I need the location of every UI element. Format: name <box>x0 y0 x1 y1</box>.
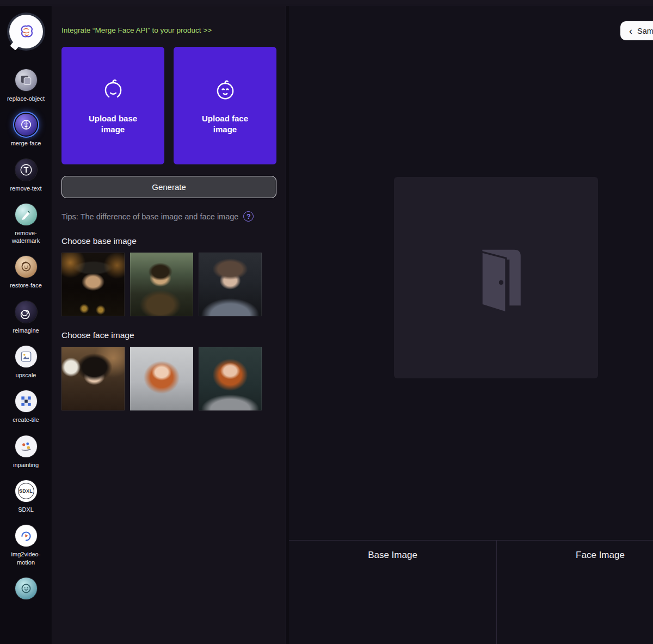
generate-button[interactable]: Generate <box>61 176 276 198</box>
sidebar-item-create-tile[interactable]: create-tile <box>3 390 50 424</box>
sidebar-item-label: SDXL <box>3 506 50 513</box>
base-image-thumb-young-man[interactable] <box>199 253 262 316</box>
base-image-thumb-mona-lisa[interactable] <box>130 253 193 316</box>
sidebar-item-remove-watermark[interactable]: remove-watermark <box>3 204 50 245</box>
sidebar-item-label: upscale <box>3 371 50 379</box>
base-image-thumbnails <box>61 253 276 316</box>
face-image-column-header: Face Image <box>497 550 653 561</box>
sidebar-item-label: reimagine <box>3 327 50 334</box>
merge-face-panel: Integrate “Merge Face API” to your produ… <box>52 6 286 644</box>
sidebar-item-img2video-motion[interactable]: img2video-motion <box>3 525 50 566</box>
upload-cards: Upload base image Upload face image <box>61 47 276 164</box>
create-tile-icon <box>15 390 37 412</box>
tips-row: Tips: The difference of base image and f… <box>61 211 276 222</box>
sidebar-item-replace-object[interactable]: replace-object <box>3 69 50 102</box>
tools-sidebar: replace-object merge-face remove-text re… <box>0 6 52 644</box>
result-area: ‹ Sample Base Image Face Image <box>289 6 653 644</box>
sidebar-item-sdxl[interactable]: SDXL SDXL <box>3 480 50 513</box>
face-image-thumb-dark-hair[interactable] <box>61 347 125 410</box>
face-image-thumb-red-smile[interactable] <box>130 347 193 410</box>
sidebar-item-label: merge-face <box>3 139 50 147</box>
sidebar-item-reimagine[interactable]: reimagine <box>3 301 50 334</box>
img2video-motion-icon <box>15 525 37 547</box>
comparison-section: Base Image Face Image <box>289 540 653 644</box>
sample-button-label: Sample <box>637 27 653 35</box>
sidebar-item-remove-text[interactable]: remove-text <box>3 159 50 192</box>
sample-button[interactable]: ‹ Sample <box>620 21 653 40</box>
open-door-icon <box>461 243 531 312</box>
upload-face-image-button[interactable]: Upload face image <box>174 47 276 164</box>
base-image-thumb-officer[interactable] <box>61 253 125 316</box>
face-image-column: Face Image <box>496 541 653 644</box>
replace-object-icon <box>15 69 37 91</box>
restore-face-icon <box>15 256 37 278</box>
sidebar-item-label: replace-object <box>3 95 50 102</box>
face-image-thumbnails <box>61 347 276 410</box>
merge-face-api-link[interactable]: Integrate “Merge Face API” to your produ… <box>61 26 276 34</box>
sidebar-item-label: img2video-motion <box>3 550 50 566</box>
sdxl-icon-text: SDXL <box>18 483 34 499</box>
sidebar-item-label: remove-watermark <box>3 229 50 245</box>
sidebar-item-partial[interactable] <box>3 578 50 603</box>
chevron-left-icon: ‹ <box>629 26 632 36</box>
sdxl-icon: SDXL <box>15 480 37 502</box>
upscale-icon <box>15 346 37 367</box>
sidebar-item-upscale[interactable]: upscale <box>3 346 50 379</box>
choose-base-image-heading: Choose base image <box>61 236 276 246</box>
upload-face-label: Upload face image <box>196 113 254 136</box>
upload-base-image-button[interactable]: Upload base image <box>61 47 164 164</box>
face-image-thumb-red-gray[interactable] <box>199 347 262 410</box>
sidebar-item-label: restore-face <box>3 281 50 289</box>
empty-result-placeholder <box>394 177 598 378</box>
sidebar-item-merge-face[interactable]: merge-face <box>3 114 50 147</box>
sidebar-item-inpainting[interactable]: inpainting <box>3 436 50 469</box>
sidebar-item-label: create-tile <box>3 416 50 424</box>
remove-text-icon <box>15 159 37 181</box>
merge-face-icon <box>15 114 37 136</box>
base-image-column: Base Image <box>289 541 496 644</box>
sidebar-item-label: remove-text <box>3 185 50 192</box>
partial-tool-icon <box>15 578 37 599</box>
help-question-icon[interactable]: ? <box>243 211 254 222</box>
tips-text: Tips: The difference of base image and f… <box>61 212 238 221</box>
choose-face-image-heading: Choose face image <box>61 330 276 340</box>
sidebar-item-label: inpainting <box>3 461 50 469</box>
reimagine-icon <box>15 301 37 323</box>
face-outline-icon <box>211 76 239 105</box>
sidebar-item-restore-face[interactable]: restore-face <box>3 256 50 289</box>
inpainting-icon <box>15 436 37 457</box>
remove-watermark-icon <box>15 204 37 225</box>
base-image-column-header: Base Image <box>289 550 496 561</box>
upload-base-label: Upload base image <box>84 113 142 136</box>
top-bar <box>0 0 653 5</box>
base-face-outline-icon <box>99 76 127 105</box>
brain-logo-icon <box>15 21 37 42</box>
app-logo[interactable] <box>9 15 43 48</box>
